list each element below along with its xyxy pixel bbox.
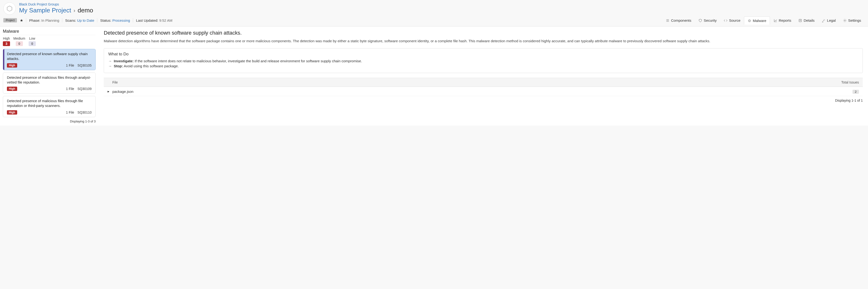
- gavel-icon: [822, 19, 826, 23]
- arrow-icon: →: [108, 59, 112, 63]
- tab-source[interactable]: Source: [720, 16, 744, 24]
- page-title: Detected presence of known software supp…: [104, 30, 863, 36]
- phase-meta: Phase: In Planning: [29, 18, 59, 23]
- todo-item: → Investigate: If the software intent do…: [108, 59, 858, 63]
- tab-security[interactable]: Security: [695, 16, 720, 24]
- card-title: Detected presence of malicious files thr…: [7, 98, 92, 108]
- tab-settings[interactable]: Settings: [839, 16, 865, 24]
- svg-rect-1: [799, 19, 802, 22]
- card-files: 1 File: [66, 87, 74, 91]
- gear-icon: [843, 19, 847, 23]
- status-meta: Status: Processing: [100, 18, 130, 23]
- shield-icon: [699, 19, 702, 23]
- caret-right-icon[interactable]: ▸: [107, 89, 112, 93]
- project-pill: Project: [3, 18, 17, 23]
- sev-high-label: High: [3, 36, 10, 40]
- breadcrumb-project-link[interactable]: My Sample Project: [19, 7, 71, 14]
- card-id: SQ30105: [78, 63, 92, 67]
- breadcrumb-sub: demo: [78, 7, 93, 14]
- sev-med-count[interactable]: 0: [16, 41, 23, 46]
- details-icon: [798, 19, 802, 23]
- sev-chip-high: High: [7, 110, 17, 115]
- tab-details[interactable]: Details: [795, 16, 818, 24]
- tab-components[interactable]: Components: [662, 16, 695, 24]
- sev-chip-high: High: [7, 63, 17, 67]
- sidebar-paging: Displaying 1-3 of 3: [3, 120, 96, 123]
- issue-count: 2: [852, 90, 859, 94]
- scans-meta: Scans: Up to Date: [65, 18, 94, 23]
- divider: [26, 18, 26, 23]
- sev-high-count[interactable]: 3: [3, 41, 10, 46]
- table-paging: Displaying 1-1 of 1: [104, 98, 863, 103]
- card-files: 1 File: [66, 111, 74, 114]
- app-logo: [3, 2, 16, 15]
- tab-reports[interactable]: Reports: [770, 16, 795, 24]
- arrow-icon: →: [108, 64, 112, 68]
- svg-point-2: [844, 20, 845, 21]
- file-name: package.json: [112, 89, 830, 93]
- card-title: Detected presence of known software supp…: [7, 52, 92, 61]
- what-to-do-title: What to Do: [108, 52, 858, 57]
- breadcrumb-separator-icon: ›: [73, 8, 75, 14]
- card-id: SQ30109: [78, 87, 92, 91]
- code-icon: [724, 19, 727, 23]
- divider: [97, 18, 97, 23]
- divider: [62, 18, 62, 23]
- col-file-header: File: [112, 80, 830, 84]
- breadcrumb-group-link[interactable]: Black Duck Project Groups: [19, 2, 59, 6]
- bug-icon: [748, 19, 751, 23]
- sidebar-title: Malware: [3, 29, 96, 35]
- card-id: SQ30110: [78, 111, 92, 114]
- svg-point-0: [749, 20, 750, 22]
- page-description: Malware detection algorithms have determ…: [104, 38, 863, 44]
- divider: [133, 18, 133, 23]
- table-row[interactable]: ▸ package.json 2: [104, 87, 863, 96]
- sev-low-count[interactable]: 0: [29, 41, 36, 46]
- col-issues-header: Total Issues: [830, 80, 859, 84]
- sev-low-label: Low: [29, 36, 36, 40]
- what-to-do-panel: What to Do → Investigate: If the softwar…: [104, 48, 863, 73]
- tab-malware[interactable]: Malware: [744, 17, 770, 25]
- sev-chip-high: High: [7, 87, 17, 91]
- card-title: Detected presence of malicious files thr…: [7, 75, 92, 85]
- malware-card[interactable]: Detected presence of known software supp…: [3, 49, 96, 70]
- star-icon[interactable]: ★: [20, 18, 23, 23]
- malware-card[interactable]: Detected presence of malicious files thr…: [3, 73, 96, 94]
- todo-item: → Stop: Avoid using this software packag…: [108, 64, 858, 68]
- file-table: File Total Issues ▸ package.json 2: [104, 78, 863, 96]
- malware-card[interactable]: Detected presence of malicious files thr…: [3, 96, 96, 117]
- card-files: 1 File: [66, 63, 74, 67]
- updated-meta: Last Updated: 9:52 AM: [136, 18, 173, 23]
- sev-med-label: Medium: [13, 36, 25, 40]
- list-icon: [666, 19, 670, 23]
- tab-legal[interactable]: Legal: [818, 16, 839, 24]
- chart-icon: [774, 19, 777, 23]
